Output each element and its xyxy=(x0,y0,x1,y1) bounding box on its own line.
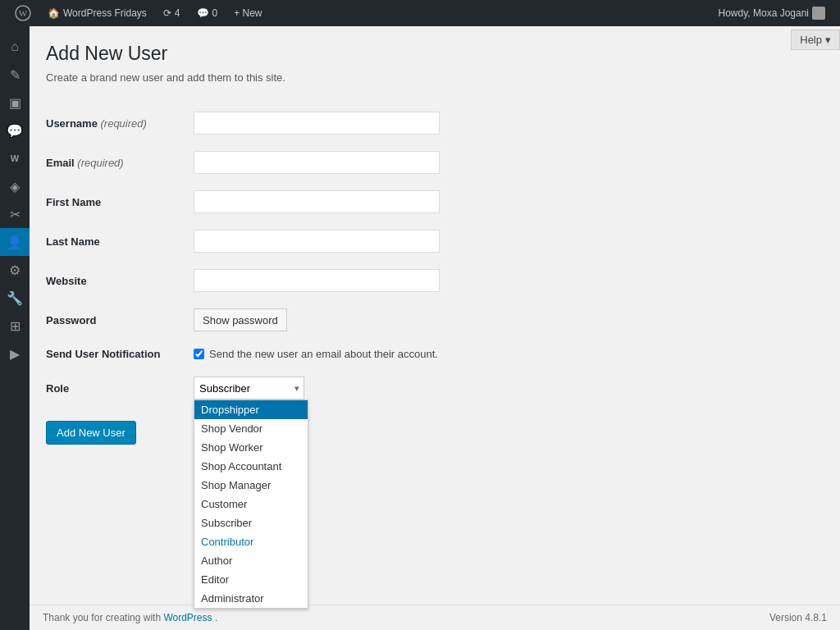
email-label: Email (required) xyxy=(46,143,194,182)
username-row: Username (required) xyxy=(46,103,620,143)
role-cell: Subscriber Dropshipper Shop Vendor Shop … xyxy=(194,368,620,408)
adminbar-comments[interactable]: 💬 0 xyxy=(189,0,226,26)
notification-cell: Send the new user an email about their a… xyxy=(194,340,620,368)
help-button[interactable]: Help ▾ xyxy=(791,30,840,50)
role-label: Role xyxy=(46,368,194,408)
dropdown-item-shop-manager[interactable]: Shop Manager xyxy=(194,476,308,495)
show-password-button[interactable]: Show password xyxy=(194,308,287,331)
dropdown-item-subscriber[interactable]: Subscriber xyxy=(194,514,308,532)
add-new-user-button[interactable]: Add New User xyxy=(46,421,136,445)
add-user-form: Username (required) Email (required) xyxy=(46,103,620,408)
dropdown-item-shop-vendor[interactable]: Shop Vendor xyxy=(194,419,308,438)
adminbar-new[interactable]: + New xyxy=(226,0,270,26)
adminbar-user-greeting[interactable]: Howdy, Moxa Jogani xyxy=(710,0,834,26)
notification-checkbox-row: Send the new user an email about their a… xyxy=(194,348,620,360)
page-footer: Thank you for creating with WordPress . … xyxy=(30,605,840,630)
sidebar-item-woocommerce[interactable]: W xyxy=(0,144,30,172)
wordpress-link[interactable]: WordPress xyxy=(163,612,212,623)
sidebar-item-comments[interactable]: 💬 xyxy=(0,116,30,144)
role-select-wrapper: Subscriber Dropshipper Shop Vendor Shop … xyxy=(194,377,304,399)
svg-text:W: W xyxy=(19,8,28,18)
dropdown-item-administrator[interactable]: Administrator xyxy=(194,589,308,608)
dropdown-item-shop-worker[interactable]: Shop Worker xyxy=(194,438,308,457)
email-input[interactable] xyxy=(194,151,440,174)
dropdown-item-dropshipper[interactable]: Dropshipper xyxy=(194,400,308,419)
sidebar-item-grid[interactable]: ⊞ xyxy=(0,312,30,340)
notification-checkbox[interactable] xyxy=(194,349,204,359)
dropdown-item-author[interactable]: Author xyxy=(194,551,308,570)
firstname-input[interactable] xyxy=(194,190,440,213)
lastname-cell xyxy=(194,221,620,261)
dropdown-item-shop-accountant[interactable]: Shop Accountant xyxy=(194,457,308,476)
sidebar-item-dashboard[interactable]: ⌂ xyxy=(0,33,30,61)
wordpress-logo-icon: W xyxy=(15,5,31,21)
adminbar-home-icon: 🏠 xyxy=(48,7,60,19)
sidebar-item-media[interactable]: ▣ xyxy=(0,89,30,116)
password-cell: Show password xyxy=(194,300,620,340)
email-cell xyxy=(194,143,620,182)
help-button-container: Help ▾ xyxy=(791,30,840,50)
comments-adminbar-icon: 💬 xyxy=(197,7,209,19)
role-select[interactable]: Subscriber xyxy=(194,377,304,399)
website-row: Website xyxy=(46,261,620,300)
notification-text: Send the new user an email about their a… xyxy=(209,348,438,360)
sidebar-item-settings[interactable]: ⚙ xyxy=(0,256,30,284)
password-label: Password xyxy=(46,300,194,340)
password-row: Password Show password xyxy=(46,300,620,340)
sidebar-item-play[interactable]: ▶ xyxy=(0,340,30,368)
footer-left: Thank you for creating with WordPress . xyxy=(43,612,217,623)
adminbar-site-name[interactable]: 🏠 WordPress Fridays xyxy=(39,0,155,26)
dropdown-item-contributor[interactable]: Contributor xyxy=(194,532,308,551)
sidebar-item-tools[interactable]: ✂ xyxy=(0,200,30,228)
page-title: Add New User xyxy=(46,43,824,65)
notification-row: Send User Notification Send the new user… xyxy=(46,340,620,368)
updates-icon: ⟳ xyxy=(163,7,171,19)
main-content: Add New User Create a brand new user and… xyxy=(30,26,840,630)
website-input[interactable] xyxy=(194,269,440,292)
role-row: Role Subscriber Dropshipper Shop Vendor … xyxy=(46,368,620,408)
lastname-row: Last Name xyxy=(46,221,620,261)
username-cell xyxy=(194,103,620,143)
lastname-input[interactable] xyxy=(194,230,440,253)
page-subtitle: Create a brand new user and add them to … xyxy=(46,71,824,84)
role-dropdown: Dropshipper Shop Vendor Shop Worker Shop… xyxy=(194,399,308,609)
help-chevron-icon: ▾ xyxy=(825,34,831,46)
sidebar-item-wrench[interactable]: 🔧 xyxy=(0,284,30,312)
sidebar: ⌂ ✎ ▣ 💬 W ◈ ✂ 👤 ⚙ 🔧 ⊞ ▶ xyxy=(0,26,30,630)
adminbar-wp-logo[interactable]: W xyxy=(7,0,39,26)
dropdown-item-editor[interactable]: Editor xyxy=(194,570,308,589)
sidebar-item-users[interactable]: 👤 xyxy=(0,228,30,256)
admin-avatar xyxy=(812,7,825,20)
firstname-cell xyxy=(194,182,620,221)
footer-version: Version 4.8.1 xyxy=(769,612,827,623)
website-cell xyxy=(194,261,620,300)
sidebar-item-posts[interactable]: ✎ xyxy=(0,61,30,89)
lastname-label: Last Name xyxy=(46,221,194,261)
firstname-label: First Name xyxy=(46,182,194,221)
email-row: Email (required) xyxy=(46,143,620,182)
username-label: Username (required) xyxy=(46,103,194,143)
website-label: Website xyxy=(46,261,194,300)
admin-bar: W 🏠 WordPress Fridays ⟳ 4 💬 0 + New Howd… xyxy=(0,0,840,26)
username-input[interactable] xyxy=(194,112,440,135)
notification-label: Send User Notification xyxy=(46,340,194,368)
adminbar-updates[interactable]: ⟳ 4 xyxy=(155,0,189,26)
sidebar-item-products[interactable]: ◈ xyxy=(0,172,30,200)
dropdown-item-customer[interactable]: Customer xyxy=(194,495,308,514)
firstname-row: First Name xyxy=(46,182,620,221)
